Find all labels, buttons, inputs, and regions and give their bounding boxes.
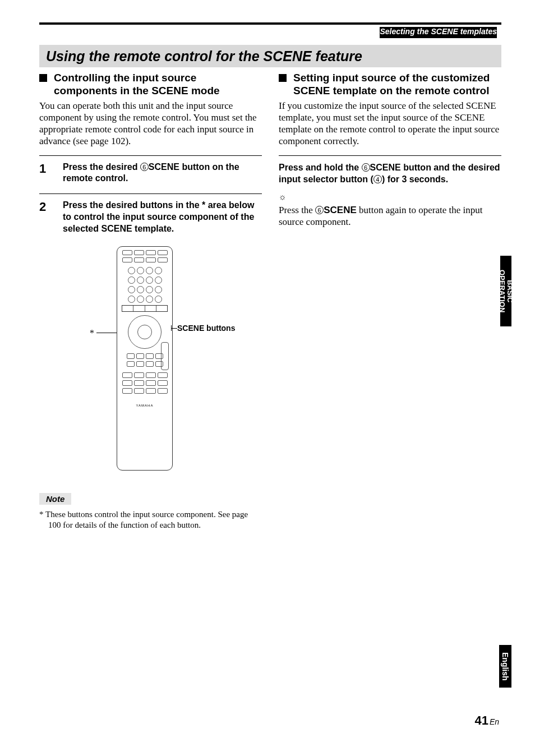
note-text: * These buttons control the input source… [39, 509, 262, 531]
section-title: Using the remote control for the SCENE f… [46, 48, 362, 64]
right-hint: Press the 6SCENE button again to operate… [279, 204, 501, 228]
circled-number-icon: 4 [373, 175, 382, 183]
step-2-text: Press the desired buttons in the * area … [63, 200, 262, 234]
bullet-square-icon [279, 74, 287, 82]
right-intro: If you customize the input source of the… [279, 100, 501, 147]
scene-buttons-label: SCENE buttons [177, 324, 235, 333]
right-step: Press and hold the 6SCENE button and the… [279, 155, 501, 186]
asterisk-callout: * [90, 328, 94, 338]
dpad-icon [128, 315, 162, 349]
side-tab-basic-operation: BASIC OPERATION [500, 256, 511, 326]
circled-number-icon: 6 [315, 206, 324, 214]
left-column: Controlling the input source components … [39, 72, 262, 531]
circled-number-icon: 6 [140, 163, 149, 171]
side-tab-english: English [499, 645, 511, 688]
left-subheading: Controlling the input source components … [54, 72, 262, 98]
remote-control-figure: * [90, 246, 262, 476]
yamaha-logo: YAMAHA [121, 404, 169, 407]
right-subheading: Setting input source of the customized S… [293, 72, 501, 98]
top-rule [39, 22, 501, 25]
bullet-square-icon [39, 74, 47, 82]
callout-line-left [96, 333, 117, 333]
step-1: 1 Press the desired 6SCENE button on the… [39, 155, 262, 185]
page-number: 41En [474, 713, 499, 728]
callout-line-right [172, 328, 177, 329]
step-2: 2 Press the desired buttons in the * are… [39, 193, 262, 234]
step-number: 2 [39, 200, 53, 234]
left-intro: You can operate both this unit and the i… [39, 100, 262, 147]
manual-page: Selecting the SCENE templates Using the … [0, 0, 535, 756]
hint-icon: ☼ [279, 192, 501, 202]
right-column: Setting input source of the customized S… [279, 72, 501, 531]
remote-control-illustration: YAMAHA [117, 246, 173, 471]
scene-buttons-strip [122, 305, 168, 312]
circled-number-icon: 6 [362, 163, 370, 172]
step-number: 1 [39, 162, 53, 185]
breadcrumb: Selecting the SCENE templates [380, 27, 497, 38]
section-title-bar: Using the remote control for the SCENE f… [39, 45, 501, 67]
note-label: Note [39, 493, 71, 505]
step-1-text: Press the desired 6SCENE button on the r… [63, 162, 262, 185]
